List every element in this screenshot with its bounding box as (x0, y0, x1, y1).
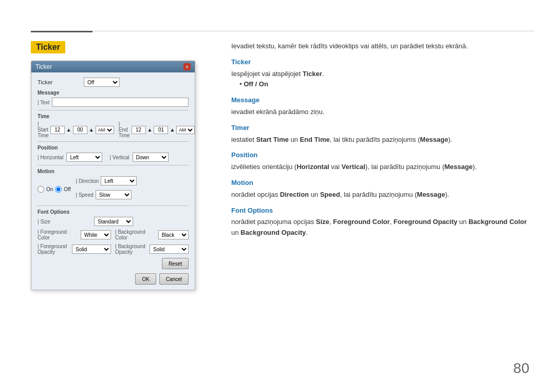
end-time-label: | End Time (119, 121, 130, 138)
fg-color-label: | Foreground Color (38, 229, 81, 240)
divider-2 (38, 141, 189, 142)
message-paragraph: ievadiet ekrānā parādāmo ziņu. (231, 107, 534, 118)
motion-row: On Off | Direction Left Right | Speed (38, 176, 189, 202)
font-size-bold: Size (316, 218, 329, 226)
direction-label: | Direction (76, 178, 99, 184)
font-options-section-label: Font Options (38, 209, 189, 215)
pos-close: ). (473, 163, 477, 171)
ticker-select[interactable]: Off On (84, 78, 120, 87)
speed-label: | Speed (76, 192, 94, 198)
size-label: | Size (38, 219, 94, 225)
vertical-label: | Vertical (109, 155, 129, 160)
pos-or: vai (329, 163, 342, 171)
time-row: | Start Time ▲ ▲ AM PM | End Time ▲ ▲ AM… (38, 121, 189, 138)
ticker-field-label: Ticker (38, 79, 84, 85)
motion-radio-group: On Off (38, 186, 71, 193)
timer-close: ). (448, 136, 452, 143)
divider-3 (38, 165, 189, 165)
start-time-label: | Start Time (38, 121, 49, 138)
motion-section-label: Motion (38, 169, 189, 174)
size-row: | Size Standard Large Small (38, 217, 189, 226)
speed-select[interactable]: Slow Normal Fast (96, 190, 132, 199)
start-hour-input[interactable] (50, 126, 65, 134)
font-pre: norādiet paziņojuma opcijas (231, 218, 316, 226)
mot-msg-bold: Message (417, 191, 445, 198)
message-heading: Message (231, 95, 534, 106)
ticker-paragraph: Iespējojet vai atspējojet Ticker. • Off … (231, 69, 534, 90)
position-row: | Horizontal Left Center Right | Vertica… (38, 153, 189, 162)
font-un: un (457, 218, 469, 226)
time-sep-3: ▲ (147, 127, 153, 133)
left-column: Ticker Ticker × Ticker Off On Message | … (31, 41, 226, 290)
position-paragraph: izvēlieties orientāciju (Horizontal vai … (231, 162, 534, 173)
motion-paragraph: norādiet opcijas Direction un Speed, lai… (231, 190, 534, 200)
bg-opacity-label: | Background Opacity (115, 244, 150, 255)
start-min-input[interactable] (73, 126, 87, 134)
right-column: Ievadiet tekstu, kamēr tiek rādīts video… (231, 41, 534, 242)
mot-mid: un (309, 191, 320, 198)
top-accent-line (31, 31, 92, 32)
mot-dir-bold: Direction (280, 191, 309, 198)
direction-row: | Direction Left Right (76, 176, 137, 185)
bg-opacity-select[interactable]: Solid Transparent (150, 245, 189, 254)
time-sep-4: ▲ (170, 127, 175, 133)
font-close: . (306, 229, 308, 236)
dialog-action-buttons: OK Cancel (38, 273, 189, 285)
font-options-heading: Font Options (231, 206, 534, 216)
position-section-label: Position (38, 145, 189, 151)
timer-mid: un (289, 136, 300, 143)
fg-color-row: | Foreground Color White Black | Backgro… (38, 229, 189, 240)
fg-opacity-label: | Foreground Opacity (38, 244, 72, 255)
ticker-row: Ticker Off On (38, 78, 189, 87)
pos-v-bold: Vertical (342, 163, 365, 171)
end-min-input[interactable] (154, 126, 168, 134)
vertical-select[interactable]: Down Up (133, 153, 169, 162)
reset-button[interactable]: Reset (162, 258, 189, 269)
message-input[interactable] (52, 98, 189, 107)
font-options-grid: | Size Standard Large Small | Foreground… (38, 217, 189, 255)
bg-color-select[interactable]: Black White (158, 230, 189, 239)
font-bg-op-bold: Background Opacity (240, 229, 306, 236)
time-section-label: Time (38, 114, 189, 119)
end-ampm-select[interactable]: AM PM (176, 126, 195, 134)
top-divider-line (31, 31, 534, 31)
speed-row: | Speed Slow Normal Fast (76, 190, 137, 199)
mot-close: ). (445, 191, 449, 198)
bg-color-label: | Background Color (115, 229, 158, 240)
fg-opacity-row: | Foreground Opacity Solid Transparent |… (38, 244, 189, 255)
font-options-paragraph: norādiet paziņojuma opcijas Size, Foregr… (231, 217, 534, 238)
ticker-bullet-text: Off / On (244, 80, 268, 88)
start-ampm-select[interactable]: AM PM (96, 126, 114, 134)
timer-msg-bold: Message (420, 136, 448, 143)
dialog-titlebar: Ticker × (31, 61, 195, 72)
timer-post: , lai tiktu parādīts paziņojums ( (330, 136, 420, 143)
font-bg-bold: Background Color (469, 218, 527, 226)
size-select[interactable]: Standard Large Small (94, 217, 133, 226)
message-section-label: Message (38, 90, 189, 96)
font-fg-op-bold: Foreground Opacity (394, 218, 457, 226)
divider-4 (38, 206, 189, 206)
ok-button[interactable]: OK (135, 273, 156, 285)
fg-color-select[interactable]: White Black (81, 230, 111, 239)
motion-off-radio[interactable] (55, 186, 62, 193)
motion-on-radio[interactable] (38, 186, 44, 193)
ticker-desc-text: Iespējojet vai atspējojet (231, 70, 303, 78)
end-hour-input[interactable] (132, 126, 146, 134)
direction-select[interactable]: Left Right (101, 176, 137, 185)
fg-opacity-select[interactable]: Solid Transparent (72, 245, 111, 254)
timer-start-bold: Start Time (256, 136, 288, 143)
dialog-close-button[interactable]: × (183, 63, 191, 70)
timer-end-bold: End Time (300, 136, 329, 143)
time-sep-1: ▲ (66, 127, 71, 133)
ticker-bullet: • Off / On (239, 80, 268, 88)
ticker-heading: Ticker (231, 57, 534, 68)
position-heading: Position (231, 150, 534, 161)
direction-speed-col: | Direction Left Right | Speed Slow Norm… (76, 176, 137, 202)
timer-paragraph: iestatiet Start Time un End Time, lai ti… (231, 135, 534, 145)
horizontal-select[interactable]: Left Center Right (66, 153, 102, 162)
ticker-section-badge: Ticker (31, 41, 65, 53)
horizontal-label: | Horizontal (38, 155, 63, 160)
motion-on-label: On (46, 186, 53, 192)
cancel-button[interactable]: Cancel (159, 273, 189, 285)
divider-1 (38, 110, 189, 110)
